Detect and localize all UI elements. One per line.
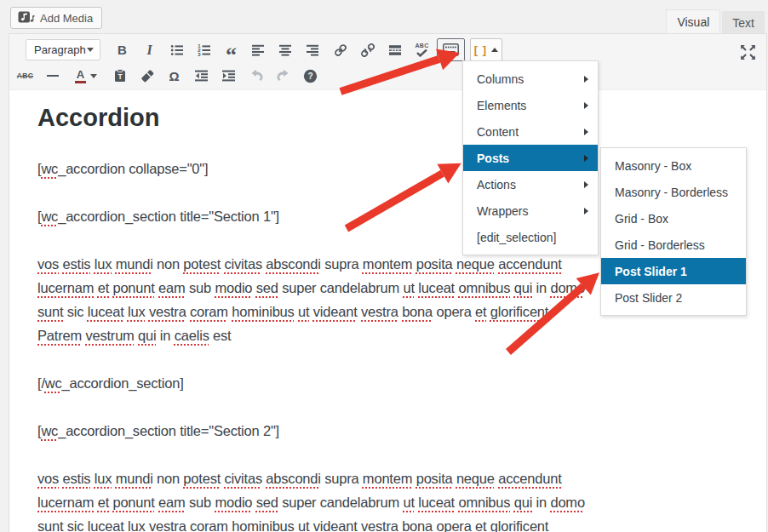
text-line: sunt sic luceat lux vestra coram hominib… xyxy=(37,514,741,532)
indent-icon xyxy=(222,69,236,83)
menu-item-label: Post Slider 1 xyxy=(615,265,687,278)
submenu-arrow-icon xyxy=(584,76,588,83)
read-more-button[interactable] xyxy=(382,39,407,61)
menu-item-label: Columns xyxy=(477,72,524,86)
menu-item-elements[interactable]: Elements xyxy=(463,92,598,118)
bold-button[interactable]: B xyxy=(110,39,135,61)
redo-icon xyxy=(277,69,290,83)
menu-item-label: Masonry - Borderless xyxy=(615,186,728,199)
submenu-arrow-icon xyxy=(584,129,588,135)
italic-button[interactable]: I xyxy=(137,39,162,61)
numbered-list-icon: 123 xyxy=(198,43,211,57)
shortcodes-menu: ColumnsElementsContentPostsActionsWrappe… xyxy=(462,60,599,255)
submenu-arrow-icon xyxy=(584,208,588,215)
chevron-up-icon xyxy=(491,48,498,52)
menu-item-label: Masonry - Box xyxy=(615,159,691,173)
paragraph-format-select[interactable]: Paragraph xyxy=(26,39,100,60)
outdent-button[interactable] xyxy=(189,65,214,87)
paste-as-text-button[interactable]: T xyxy=(107,65,132,87)
svg-text:T: T xyxy=(117,72,123,81)
menu-item-post-slider-2[interactable]: Post Slider 2 xyxy=(601,284,746,311)
menu-item-posts[interactable]: Posts xyxy=(463,145,598,171)
menu-item-label: Post Slider 2 xyxy=(615,291,682,305)
text-color-button[interactable]: A xyxy=(67,65,105,87)
submenu-arrow-icon xyxy=(584,155,588,162)
chevron-down-icon xyxy=(90,74,97,78)
shortcode-section-close: [/wc_accordion_section] xyxy=(37,371,741,395)
help-icon: ? xyxy=(303,69,318,83)
align-left-button[interactable] xyxy=(246,39,271,61)
text-line: lucernam et ponunt eam sub modio sed sup… xyxy=(37,490,741,514)
bullet-list-button[interactable] xyxy=(164,39,189,61)
svg-text:?: ? xyxy=(307,72,312,81)
editor-mode-tabs: Visual Text xyxy=(666,9,765,34)
editor-toolbar: Paragraph B I 123 “ ABC [ ] ABC A T Ω xyxy=(9,34,766,90)
align-center-button[interactable] xyxy=(273,39,298,61)
body-paragraph-2: vos estis lux mundi non potest civitas a… xyxy=(37,466,741,532)
submenu-arrow-icon xyxy=(584,181,588,188)
numbered-list-button[interactable]: 123 xyxy=(192,39,216,61)
tab-visual[interactable]: Visual xyxy=(666,9,720,34)
menu-item-actions[interactable]: Actions xyxy=(463,171,598,197)
menu-item-label: Actions xyxy=(477,178,516,192)
menu-item-content[interactable]: Content xyxy=(463,118,598,145)
tab-text[interactable]: Text xyxy=(722,11,765,34)
horizontal-rule-button[interactable] xyxy=(40,65,65,87)
posts-submenu: Masonry - BoxMasonry - BorderlessGrid - … xyxy=(600,147,747,316)
page-title: Accordion xyxy=(37,102,741,133)
text-line: Patrem vestrum qui in caelis est xyxy=(37,323,741,347)
align-left-icon xyxy=(252,43,266,57)
distraction-free-button[interactable] xyxy=(737,42,758,62)
add-media-label: Add Media xyxy=(40,12,93,25)
menu-item-edit-selection[interactable]: [edit_selection] xyxy=(463,224,598,250)
menu-item-grid-box[interactable]: Grid - Box xyxy=(601,205,746,232)
align-center-icon xyxy=(279,43,293,57)
indent-button[interactable] xyxy=(216,65,241,87)
read-more-icon xyxy=(388,43,402,57)
add-media-button[interactable]: Add Media xyxy=(10,7,102,29)
fullscreen-icon xyxy=(739,43,757,61)
strikethrough-button[interactable]: ABC xyxy=(13,65,37,87)
redo-button[interactable] xyxy=(271,65,295,87)
link-icon xyxy=(334,43,347,57)
text-color-icon: A xyxy=(75,69,86,83)
paragraph-format-value: Paragraph xyxy=(34,43,86,56)
link-button[interactable] xyxy=(328,39,352,61)
unlink-button[interactable] xyxy=(355,39,380,61)
undo-button[interactable] xyxy=(244,65,268,87)
menu-item-post-slider-1[interactable]: Post Slider 1 xyxy=(601,258,746,284)
menu-item-label: Wrappers xyxy=(477,204,528,218)
menu-item-label: Posts xyxy=(477,152,509,165)
menu-item-columns[interactable]: Columns xyxy=(463,66,598,92)
strikethrough-icon: ABC xyxy=(17,72,33,80)
blockquote-icon: “ xyxy=(226,43,237,58)
shortcodes-dropdown-button[interactable]: [ ] xyxy=(470,38,502,61)
help-button[interactable]: ? xyxy=(298,65,323,87)
special-character-button[interactable]: Ω xyxy=(162,65,186,87)
clear-formatting-button[interactable] xyxy=(135,65,159,87)
bold-icon: B xyxy=(117,43,127,57)
menu-item-label: Grid - Borderless xyxy=(615,238,705,252)
paste-as-text-icon: T xyxy=(113,69,127,83)
spellcheck-icon: ABC xyxy=(415,43,428,57)
outdent-icon xyxy=(195,69,209,83)
menu-item-masonry-borderless[interactable]: Masonry - Borderless xyxy=(601,179,746,205)
align-right-icon xyxy=(307,43,320,57)
shortcode-brackets-icon: [ ] xyxy=(474,43,487,56)
align-right-button[interactable] xyxy=(301,39,325,61)
menu-item-label: [edit_selection] xyxy=(477,231,556,244)
eraser-icon xyxy=(140,69,154,83)
menu-item-label: Grid - Box xyxy=(615,212,668,226)
italic-icon: I xyxy=(146,43,152,58)
menu-item-label: Elements xyxy=(477,99,526,112)
svg-text:3: 3 xyxy=(198,52,201,57)
blockquote-button[interactable]: “ xyxy=(219,39,244,61)
menu-item-grid-borderless[interactable]: Grid - Borderless xyxy=(601,232,746,258)
menu-item-wrappers[interactable]: Wrappers xyxy=(463,197,598,224)
horizontal-rule-icon xyxy=(47,75,59,77)
omega-icon: Ω xyxy=(169,69,179,83)
menu-item-masonry-box[interactable]: Masonry - Box xyxy=(601,152,746,179)
submenu-arrow-icon xyxy=(584,102,588,109)
undo-icon xyxy=(249,69,263,83)
chevron-down-icon xyxy=(87,48,94,52)
